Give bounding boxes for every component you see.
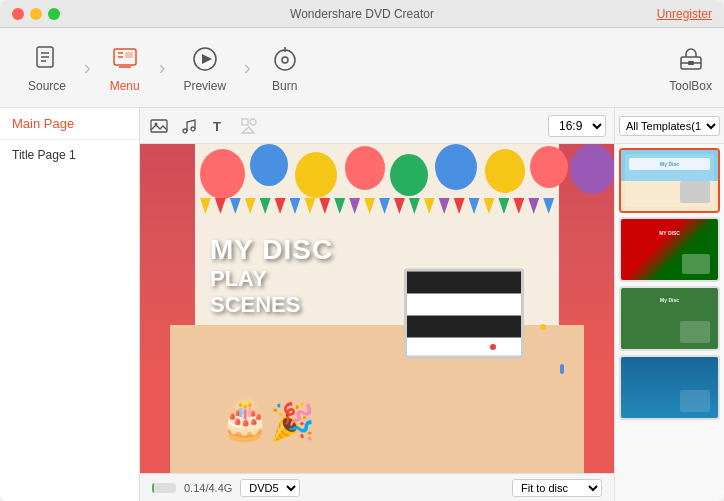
preview-area: MY DISC PLAY SCENES 🎂 🎉 — [140, 144, 614, 473]
add-music-icon[interactable] — [178, 115, 200, 137]
sep3: › — [242, 56, 253, 79]
tv-bar2 — [407, 315, 521, 337]
preview-image: MY DISC PLAY SCENES 🎂 🎉 — [140, 144, 614, 473]
source-label: Source — [28, 79, 66, 93]
preview-label: Preview — [183, 79, 226, 93]
toolbar-preview[interactable]: Preview — [167, 35, 242, 101]
template-item-2[interactable]: MY DISC — [619, 217, 720, 282]
left-panel-item[interactable]: Title Page 1 — [0, 140, 139, 170]
burn-icon — [269, 43, 301, 75]
template-filter-select[interactable]: All Templates(123) My Templates — [619, 116, 720, 136]
svg-point-11 — [275, 50, 295, 70]
add-text-icon[interactable]: T — [208, 115, 230, 137]
svg-point-12 — [282, 57, 288, 63]
fit-mode-select[interactable]: Fit to disc High Quality Low Quality — [512, 479, 602, 497]
right-panel-header: All Templates(123) My Templates — [615, 108, 724, 144]
template-list: My Disc MY DISC My Disc — [615, 144, 724, 501]
confetti-1 — [540, 324, 546, 330]
bunting — [200, 194, 554, 214]
progress-bar-container — [152, 483, 176, 493]
progress-text: 0.14/4.4G — [184, 482, 232, 494]
title-line1: MY DISC — [210, 234, 333, 266]
svg-marker-10 — [202, 54, 212, 64]
main-toolbar: Source › Menu › — [0, 28, 724, 108]
title-bar: Wondershare DVD Creator Unregister — [0, 0, 724, 28]
aspect-ratio-select[interactable]: 16:9 4:3 — [548, 115, 606, 137]
balloon-3 — [295, 152, 337, 198]
template-preview-4 — [621, 357, 718, 418]
title-line3: SCENES — [210, 292, 333, 318]
toolbar-menu[interactable]: Menu — [93, 35, 157, 101]
menu-label: Menu — [110, 79, 140, 93]
unregister-link[interactable]: Unregister — [657, 7, 712, 21]
cake-emoji: 🎂 — [220, 396, 270, 443]
confetti-2 — [490, 344, 496, 350]
party-hat-emoji: 🎉 — [270, 401, 315, 443]
title-line2: PLAY — [210, 266, 333, 292]
balloon-5 — [390, 154, 428, 196]
main-content: Main Page Title Page 1 — [0, 108, 724, 501]
preview-icon — [189, 43, 221, 75]
minimize-button[interactable] — [30, 8, 42, 20]
shapes-icon[interactable] — [238, 115, 260, 137]
balloon-4 — [345, 146, 385, 190]
template-preview-2: MY DISC — [621, 219, 718, 280]
svg-point-19 — [183, 129, 187, 133]
template-preview-1: My Disc — [621, 150, 718, 211]
toolbar-burn[interactable]: Burn — [253, 35, 317, 101]
left-panel-header: Main Page — [0, 108, 139, 140]
progress-bar-fill — [152, 483, 154, 493]
tv-screen — [404, 268, 524, 358]
sep2: › — [157, 56, 168, 79]
right-panel: All Templates(123) My Templates My Disc … — [614, 108, 724, 501]
add-image-icon[interactable] — [148, 115, 170, 137]
balloon-2 — [250, 144, 288, 186]
app-title: Wondershare DVD Creator — [290, 7, 434, 21]
svg-marker-24 — [242, 127, 254, 133]
confetti-3 — [560, 364, 564, 374]
menu-icon — [109, 43, 141, 75]
svg-point-20 — [191, 127, 195, 131]
template-item-4[interactable] — [619, 355, 720, 420]
left-panel: Main Page Title Page 1 — [0, 108, 140, 501]
balloon-8 — [530, 146, 568, 188]
maximize-button[interactable] — [48, 8, 60, 20]
balloon-6 — [435, 144, 477, 190]
disc-type-select[interactable]: DVD5 DVD9 — [240, 479, 300, 497]
tv-bar1 — [407, 271, 521, 293]
toolbar-source[interactable]: Source — [12, 35, 82, 101]
sep1: › — [82, 56, 93, 79]
svg-text:T: T — [213, 119, 221, 134]
close-button[interactable] — [12, 8, 24, 20]
balloon-9 — [570, 144, 614, 194]
status-bar: 0.14/4.4G DVD5 DVD9 Fit to disc High Qua… — [140, 473, 614, 501]
balloon-7 — [485, 149, 525, 193]
toolbox-button[interactable]: ToolBox — [669, 43, 712, 93]
center-panel: T 16:9 4:3 — [140, 108, 614, 501]
center-toolbar: T 16:9 4:3 — [140, 108, 614, 144]
svg-rect-16 — [688, 61, 694, 65]
svg-rect-7 — [125, 52, 133, 58]
svg-point-23 — [250, 119, 256, 125]
toolbox-label: ToolBox — [669, 79, 712, 93]
traffic-lights — [12, 8, 60, 20]
title-overlay: MY DISC PLAY SCENES — [210, 234, 333, 318]
burn-label: Burn — [272, 79, 297, 93]
svg-rect-17 — [151, 120, 167, 132]
toolbox-icon — [675, 43, 707, 75]
svg-rect-22 — [242, 119, 248, 125]
toolbar-nav: Source › Menu › — [12, 35, 712, 101]
source-icon — [31, 43, 63, 75]
template-preview-3: My Disc — [621, 288, 718, 349]
balloon-1 — [200, 149, 245, 199]
template-item-3[interactable]: My Disc — [619, 286, 720, 351]
template-item-1[interactable]: My Disc — [619, 148, 720, 213]
